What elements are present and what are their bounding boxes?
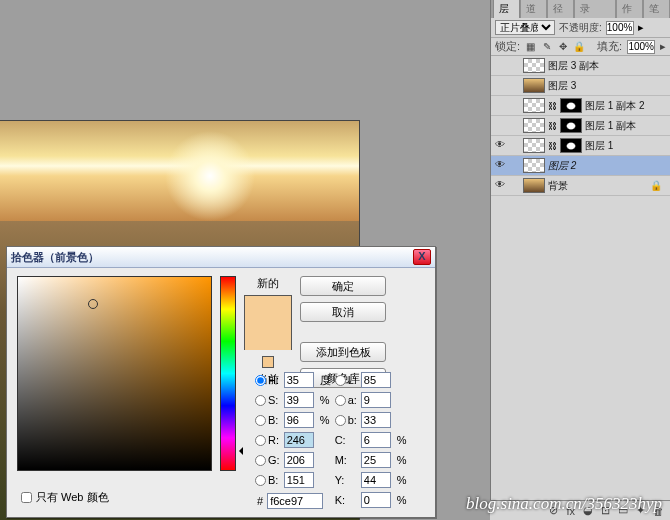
layer-name[interactable]: 图层 1 [585,139,613,153]
watermark: blog.sina.com.cn/356323hyp [466,494,662,514]
tab-history[interactable]: 历史记录 [574,0,616,18]
opacity-input[interactable] [606,21,634,35]
tab-brushes[interactable]: 画笔 [643,0,670,18]
layer-thumbnail[interactable] [523,98,545,113]
layer-row[interactable]: 👁⛓图层 1 副本 [491,116,670,136]
hex-input[interactable] [267,493,323,509]
k-input[interactable] [361,492,391,508]
visibility-eye-icon[interactable]: 👁 [493,139,507,153]
dialog-title: 拾色器（前景色） [11,250,99,265]
layer-thumbnail[interactable] [523,78,545,93]
layer-name[interactable]: 图层 1 副本 [585,119,636,133]
color-preview [244,295,292,350]
new-color-swatch [245,296,291,323]
canvas-sunlight [150,131,270,221]
web-only-checkbox[interactable]: 只有 Web 颜色 [21,490,109,505]
l-radio[interactable]: L: [335,374,357,386]
web-only-input[interactable] [21,492,32,503]
mask-thumbnail[interactable] [560,138,582,153]
dialog-titlebar[interactable]: 拾色器（前景色） X [7,247,435,268]
y-label: Y: [335,474,357,486]
lock-all-icon[interactable]: 🔒 [573,41,584,52]
lock-transparency-icon[interactable]: ▦ [525,41,536,52]
layer-thumbnail[interactable] [523,158,545,173]
layer-row[interactable]: 👁背景🔒 [491,176,670,196]
lab-b-input[interactable] [361,412,391,428]
lock-icon: 🔒 [650,180,662,191]
layer-name[interactable]: 图层 2 [548,159,576,173]
a-radio[interactable]: a: [335,394,357,406]
m-unit: % [397,454,407,466]
new-color-label: 新的 [257,276,279,291]
layer-row[interactable]: 👁图层 3 [491,76,670,96]
bc-input[interactable] [284,472,314,488]
a-input[interactable] [361,392,391,408]
layer-row[interactable]: 👁图层 3 副本 [491,56,670,76]
layer-row[interactable]: 👁图层 2 [491,156,670,176]
g-radio[interactable]: G: [255,454,280,466]
lock-paint-icon[interactable]: ✎ [541,41,552,52]
k-unit: % [397,494,407,506]
hue-slider[interactable] [220,276,236,471]
mask-thumbnail[interactable] [560,118,582,133]
s-input[interactable] [284,392,314,408]
lock-move-icon[interactable]: ✥ [557,41,568,52]
h-input[interactable] [284,372,314,388]
visibility-eye-icon[interactable]: 👁 [493,119,507,133]
layer-thumbnail[interactable] [523,178,545,193]
hex-label: # [257,495,263,507]
r-input[interactable] [284,432,314,448]
layer-name[interactable]: 背景 [548,179,568,193]
visibility-eye-icon[interactable]: 👁 [493,79,507,93]
b-radio[interactable]: B: [255,414,280,426]
tab-layers[interactable]: 图层 [493,0,520,18]
opacity-label: 不透明度: [559,21,602,35]
link-icon: ⛓ [548,141,557,151]
current-color-swatch [245,323,291,350]
l-input[interactable] [361,372,391,388]
tab-actions[interactable]: 动作 [616,0,643,18]
gamut-warning-swatch[interactable] [262,356,274,368]
y-unit: % [397,474,407,486]
chevron-icon[interactable]: ▸ [660,40,666,53]
s-radio[interactable]: S: [255,394,280,406]
layer-thumbnail[interactable] [523,138,545,153]
bc-radio[interactable]: B: [255,474,280,486]
lab-b-radio[interactable]: b: [335,414,357,426]
visibility-eye-icon[interactable]: 👁 [493,99,507,113]
visibility-eye-icon[interactable]: 👁 [493,159,507,173]
tab-paths[interactable]: 路径 [547,0,574,18]
h-radio[interactable]: H: [255,374,280,386]
color-picker-dialog: 拾色器（前景色） X 新的 当前 确定 取消 添加到色板 颜色库 H:度 L: … [6,246,436,518]
link-icon: ⛓ [548,121,557,131]
blend-mode-select[interactable]: 正片叠底 [495,20,555,35]
mask-thumbnail[interactable] [560,98,582,113]
layer-thumbnail[interactable] [523,118,545,133]
add-to-swatches-button[interactable]: 添加到色板 [300,342,386,362]
tab-channels[interactable]: 通道 [520,0,547,18]
y-input[interactable] [361,472,391,488]
c-input[interactable] [361,432,391,448]
c-unit: % [397,434,407,446]
layer-row[interactable]: 👁⛓图层 1 副本 2 [491,96,670,116]
g-input[interactable] [284,452,314,468]
m-label: M: [335,454,357,466]
layer-thumbnail[interactable] [523,58,545,73]
chevron-icon[interactable]: ▸ [638,21,644,34]
layer-name[interactable]: 图层 1 副本 2 [585,99,644,113]
color-field[interactable] [17,276,212,471]
close-button[interactable]: X [413,249,431,265]
fill-input[interactable] [627,40,655,54]
c-label: C: [335,434,357,446]
r-radio[interactable]: R: [255,434,280,446]
visibility-eye-icon[interactable]: 👁 [493,179,507,193]
m-input[interactable] [361,452,391,468]
cancel-button[interactable]: 取消 [300,302,386,322]
close-icon: X [418,250,425,262]
bv-input[interactable] [284,412,314,428]
visibility-eye-icon[interactable]: 👁 [493,59,507,73]
layer-name[interactable]: 图层 3 副本 [548,59,599,73]
layer-row[interactable]: 👁⛓图层 1 [491,136,670,156]
layer-name[interactable]: 图层 3 [548,79,576,93]
ok-button[interactable]: 确定 [300,276,386,296]
